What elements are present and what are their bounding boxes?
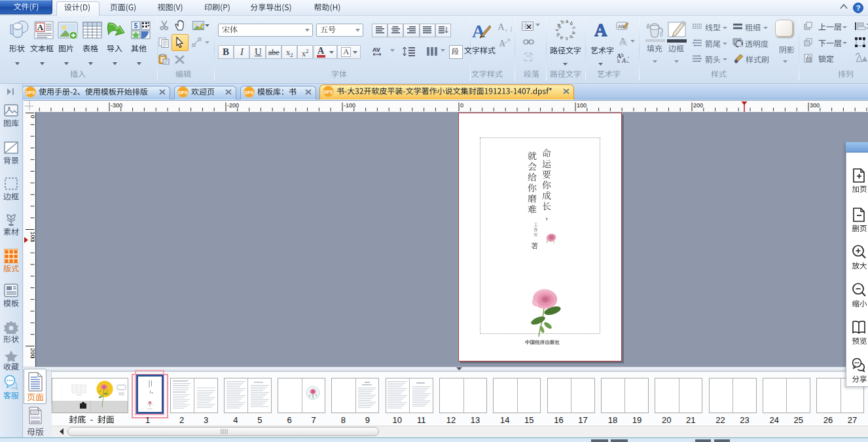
svg-text:300: 300 — [810, 102, 820, 109]
svg-text:b: b — [568, 34, 574, 40]
svg-text:b: b — [617, 58, 620, 64]
svg-text:100: 100 — [577, 102, 587, 109]
svg-text:DPS: DPS — [26, 90, 35, 95]
svg-text:b: b — [569, 20, 574, 27]
svg-text:0: 0 — [29, 115, 35, 118]
svg-text:AV: AV — [372, 46, 380, 53]
svg-text:c: c — [555, 28, 560, 31]
svg-text:DPS: DPS — [244, 90, 254, 95]
svg-text:?: ? — [856, 4, 861, 12]
svg-text:c: c — [564, 36, 568, 41]
svg-text:200: 200 — [693, 102, 703, 109]
svg-text:200: 200 — [29, 348, 35, 358]
svg-text:0: 0 — [460, 102, 463, 109]
svg-text:DPS: DPS — [178, 90, 188, 95]
svg-text:b: b — [555, 31, 561, 37]
svg-text:c: c — [571, 26, 576, 30]
svg-text:A: A — [37, 22, 44, 32]
svg-text:a: a — [566, 20, 569, 24]
svg-text:100: 100 — [29, 231, 35, 241]
svg-text:5: 5 — [134, 22, 138, 29]
svg-text:b: b — [560, 20, 565, 25]
svg-text:A: A — [621, 57, 626, 64]
svg-text:A: A — [472, 21, 486, 41]
svg-text:A: A — [594, 20, 607, 38]
svg-text:A: A — [497, 22, 505, 31]
svg-text:A: A — [621, 37, 628, 47]
svg-text:DPS: DPS — [323, 90, 333, 94]
svg-text:a: a — [571, 31, 576, 35]
